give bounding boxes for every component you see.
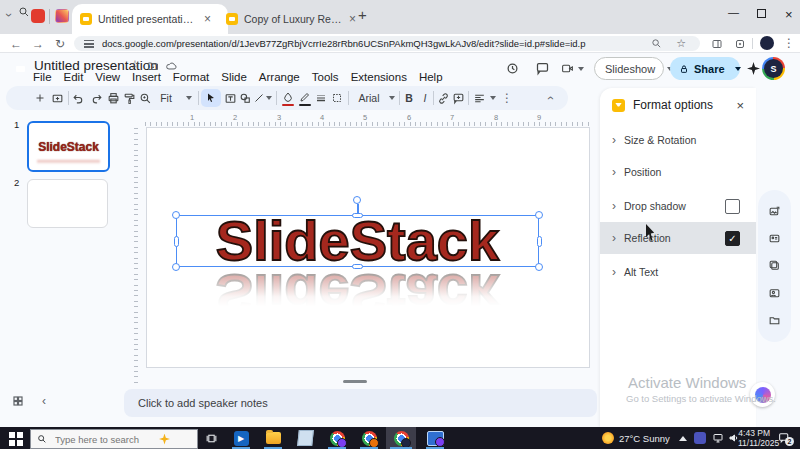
gemini-sparkle-icon[interactable] bbox=[747, 62, 760, 75]
menu-slide[interactable]: Slide bbox=[221, 71, 247, 83]
side-panel-icon[interactable] bbox=[711, 38, 723, 50]
fill-color-icon[interactable] bbox=[280, 85, 296, 109]
zoom-page-icon[interactable] bbox=[651, 38, 662, 49]
more-options-icon[interactable]: ⋮ bbox=[500, 86, 514, 110]
border-dash-icon[interactable] bbox=[329, 86, 345, 110]
drop-shadow-checkbox[interactable] bbox=[725, 199, 740, 214]
card-icon[interactable] bbox=[768, 232, 781, 245]
slide-thumbnail-2[interactable] bbox=[27, 179, 108, 228]
taskbar-app-movies[interactable]: ▶ bbox=[226, 427, 256, 449]
browser-profile-avatar[interactable] bbox=[760, 36, 774, 50]
search-input[interactable] bbox=[53, 433, 157, 446]
align-dropdown-icon[interactable] bbox=[490, 96, 496, 100]
resize-handle-sw[interactable] bbox=[172, 263, 180, 271]
insert-image-icon[interactable] bbox=[768, 205, 781, 218]
section-size-rotation[interactable]: › Size & Rotation bbox=[600, 124, 756, 156]
back-icon[interactable]: ← bbox=[10, 37, 22, 51]
window-minimize-button[interactable]: — bbox=[728, 6, 739, 18]
bold-button[interactable]: B bbox=[402, 86, 416, 110]
new-tab-button[interactable]: + bbox=[358, 6, 367, 23]
section-alt-text[interactable]: › Alt Text bbox=[600, 256, 756, 288]
star-document-icon[interactable]: ☆ bbox=[130, 59, 140, 70]
zoom-icon[interactable] bbox=[137, 86, 153, 110]
font-dropdown-icon[interactable] bbox=[389, 96, 395, 100]
plus-icon[interactable] bbox=[32, 86, 48, 110]
tab-untitled-presentation[interactable]: Untitled presentation - Google × bbox=[72, 4, 228, 34]
taskbar-search[interactable] bbox=[30, 429, 198, 449]
resize-handle-w[interactable] bbox=[174, 236, 179, 247]
image-person-icon[interactable] bbox=[768, 287, 781, 300]
menu-view[interactable]: View bbox=[95, 71, 120, 83]
section-position[interactable]: › Position bbox=[600, 156, 756, 188]
account-avatar[interactable]: S bbox=[762, 57, 785, 80]
window-close-button[interactable]: × bbox=[785, 7, 793, 22]
reflection-checkbox[interactable]: ✓ bbox=[725, 231, 740, 246]
pinned-tab-youtube-icon[interactable] bbox=[31, 9, 45, 23]
resize-handle-e[interactable] bbox=[537, 236, 542, 247]
taskbar-app-chrome-profile2[interactable] bbox=[354, 427, 384, 449]
browser-menu-icon[interactable]: ⋮ bbox=[783, 37, 795, 49]
search-menus-icon[interactable] bbox=[16, 0, 32, 24]
weather-sun-icon[interactable] bbox=[602, 432, 614, 444]
collapse-filmstrip-icon[interactable]: ‹ bbox=[42, 395, 46, 407]
border-weight-icon[interactable] bbox=[313, 86, 329, 110]
version-history-icon[interactable] bbox=[505, 61, 520, 76]
taskbar-app-chrome-profile1[interactable] bbox=[322, 427, 352, 449]
menu-edit[interactable]: Edit bbox=[64, 71, 84, 83]
speaker-notes-input[interactable]: Click to add speaker notes bbox=[124, 389, 597, 417]
menu-tools[interactable]: Tools bbox=[312, 71, 339, 83]
menu-file[interactable]: File bbox=[33, 71, 52, 83]
notification-center-icon[interactable]: 2 bbox=[778, 431, 791, 444]
taskbar-app-file-explorer[interactable] bbox=[258, 427, 288, 449]
taskbar-app-notes[interactable] bbox=[290, 427, 320, 449]
paint-format-icon[interactable] bbox=[121, 86, 137, 110]
taskbar-clock[interactable]: 4:43 PM 11/11/2025 bbox=[738, 428, 770, 448]
slideshow-button[interactable]: Slideshow bbox=[594, 57, 664, 80]
tab-copy-of-luxury-red[interactable]: Copy of Luxury Red Company P × bbox=[218, 4, 364, 34]
undo-icon[interactable] bbox=[70, 86, 86, 110]
grid-view-icon[interactable] bbox=[12, 395, 24, 407]
font-family-select[interactable]: Arial bbox=[354, 86, 384, 110]
print-icon[interactable] bbox=[105, 86, 121, 110]
line-dropdown-icon[interactable] bbox=[266, 96, 272, 100]
align-text-icon[interactable] bbox=[471, 86, 487, 110]
section-reflection[interactable]: › Reflection ✓ bbox=[600, 222, 756, 254]
reload-icon[interactable]: ↻ bbox=[55, 37, 65, 51]
pinned-tab-instagram-icon[interactable] bbox=[55, 9, 69, 23]
share-button[interactable]: Share bbox=[670, 57, 740, 80]
fit-dropdown-icon[interactable] bbox=[186, 96, 192, 100]
select-tool-icon[interactable] bbox=[201, 89, 221, 107]
border-color-icon[interactable] bbox=[297, 85, 313, 109]
weather-text[interactable]: 27°C Sunny bbox=[619, 433, 670, 444]
folder-icon[interactable] bbox=[768, 314, 781, 327]
tray-network-icon[interactable] bbox=[712, 432, 724, 444]
resize-handle-se[interactable] bbox=[535, 263, 543, 271]
redo-icon[interactable] bbox=[88, 86, 104, 110]
resize-handle-n[interactable] bbox=[352, 213, 363, 218]
menu-format[interactable]: Format bbox=[173, 71, 209, 83]
bookmark-star-icon[interactable]: ☆ bbox=[676, 38, 686, 49]
resize-handle-ne[interactable] bbox=[535, 211, 543, 219]
line-tool-icon[interactable] bbox=[252, 86, 266, 110]
add-comment-icon[interactable] bbox=[450, 86, 466, 110]
menu-help[interactable]: Help bbox=[419, 71, 443, 83]
menu-arrange[interactable]: Arrange bbox=[259, 71, 300, 83]
window-maximize-button[interactable] bbox=[757, 9, 766, 18]
menu-insert[interactable]: Insert bbox=[132, 71, 161, 83]
photos-stack-icon[interactable] bbox=[768, 259, 781, 272]
extensions-icon[interactable] bbox=[734, 38, 746, 50]
rotate-handle[interactable] bbox=[353, 196, 361, 204]
resize-handle-s[interactable] bbox=[352, 264, 363, 269]
tray-expand-icon[interactable] bbox=[679, 436, 687, 441]
omnibox[interactable]: docs.google.com/presentation/d/1JevB77Zg… bbox=[74, 36, 700, 51]
share-dropdown-icon[interactable] bbox=[735, 67, 741, 71]
text-box-selection[interactable] bbox=[176, 215, 539, 267]
task-view-icon[interactable] bbox=[205, 432, 218, 445]
meet-camera-icon[interactable] bbox=[560, 62, 584, 75]
site-info-icon[interactable] bbox=[84, 40, 94, 48]
italic-button[interactable]: I bbox=[418, 86, 432, 110]
taskbar-app-window[interactable] bbox=[420, 427, 450, 449]
tab-close-icon[interactable]: × bbox=[204, 12, 211, 26]
comments-icon[interactable] bbox=[535, 61, 550, 76]
slide-thumbnail-1[interactable]: SlideStack bbox=[27, 121, 110, 172]
